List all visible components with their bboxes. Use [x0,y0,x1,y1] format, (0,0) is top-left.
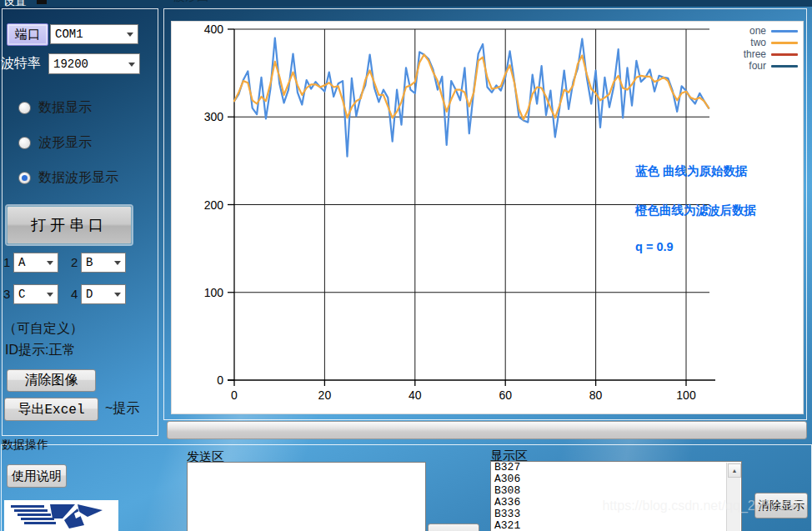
channel-number: 1 [3,255,10,269]
svg-text:100: 100 [676,388,696,402]
radio-icon [18,172,31,184]
channel-select-value: A [18,256,25,269]
clear-image-button[interactable]: 清除图像 [7,369,96,392]
legend-swatch [771,42,798,44]
channel-number: 2 [71,255,78,269]
channel-select-value: D [86,288,93,301]
chevron-down-icon [127,33,133,37]
radio-option[interactable]: 数据显示 [18,99,118,117]
list-scrollbar[interactable]: ▲ [726,463,740,531]
help-button[interactable]: 使用说明 [7,464,67,488]
legend-label: four [749,60,766,72]
svg-text:0: 0 [231,388,238,402]
legend-label: one [749,25,766,37]
export-excel-button[interactable]: 导出Excel [4,398,98,421]
dataops-group-label: 数据操作 [2,438,48,453]
svg-text:200: 200 [204,198,224,212]
port-select-value: COM1 [55,28,83,41]
list-item[interactable]: A306 [491,473,741,485]
port-select[interactable]: COM1 [50,24,138,44]
annotation-original-data: 蓝色 曲线为原始数据 [635,163,748,179]
radio-option[interactable]: 数据波形显示 [18,169,118,187]
list-item[interactable]: B327 [491,462,741,473]
channel-select-2[interactable]: B [81,253,126,273]
port-button[interactable]: 端口 [7,23,48,46]
chevron-down-icon [47,293,53,297]
baud-label: 波特率 [1,55,41,73]
radio-icon [18,102,31,114]
chart-group-label: 波形图 [173,0,208,4]
svg-text:400: 400 [204,23,224,36]
radio-label: 数据显示 [38,99,92,117]
legend-swatch [771,30,798,33]
display-mode-radio-group: 数据显示波形显示数据波形显示 [18,99,118,204]
svg-text:40: 40 [409,388,422,402]
legend-entry: four [718,60,798,72]
baud-select[interactable]: 19200 [48,53,140,74]
id-hint: ID提示:正常 [5,342,75,359]
chevron-down-icon [47,261,53,265]
chevron-down-icon [114,293,121,297]
radio-label: 数据波形显示 [38,169,118,187]
baud-select-value: 19200 [53,58,88,71]
radio-label: 波形显示 [38,134,92,152]
annotation-q-value: q = 0.9 [635,240,674,253]
company-logo [4,500,118,531]
scroll-up-icon[interactable]: ▲ [728,463,741,478]
channel-select-3[interactable]: C [13,284,58,304]
legend-swatch [771,65,798,68]
channel-select-1[interactable]: A [13,253,58,273]
legend-entry: two [718,37,798,48]
settings-group-label: 设置 [3,0,27,9]
send-area-input[interactable] [187,462,426,531]
legend-label: three [744,48,766,60]
legend-entry: one [718,25,798,37]
channel-number: 4 [71,287,78,301]
open-serial-button[interactable]: 打开串口 [7,206,132,244]
svg-text:20: 20 [318,388,332,402]
channel-select-value: C [18,288,25,301]
radio-icon [18,137,31,149]
svg-text:80: 80 [589,388,603,402]
watermark-text: https://blog.csdn.net/qq_20222919 [602,498,807,513]
tip-label: ~提示 [105,400,139,418]
chart-legend: onetwothreefour [718,25,798,72]
channel-select-value: B [86,256,93,269]
annotation-filtered-data: 橙色曲线为滤波后数据 [635,203,756,218]
channel-select-4[interactable]: D [81,284,126,304]
display-area-list[interactable]: B327A306B308A336B333A321B300 ▲ [490,461,742,531]
channel-number: 3 [3,287,10,301]
window-fragment [37,0,47,4]
chevron-down-icon [128,63,135,67]
legend-swatch [771,53,798,56]
send-button-partial[interactable] [428,523,479,531]
svg-text:0: 0 [217,373,223,387]
svg-text:300: 300 [204,110,224,123]
chevron-down-icon [114,261,121,265]
customizable-note: （可自定义） [3,320,83,338]
svg-text:60: 60 [499,388,512,402]
radio-option[interactable]: 波形显示 [18,134,118,152]
top-strip [0,0,812,7]
legend-label: two [750,37,766,48]
list-item[interactable]: A321 [491,520,741,531]
list-item[interactable]: B308 [491,485,741,497]
chart-scrollbar[interactable] [167,421,807,439]
logo-graphic [4,500,118,531]
waveform-chart: 0100200300400020406080100 onetwothreefou… [171,21,804,414]
legend-entry: three [718,48,798,60]
svg-text:100: 100 [204,286,224,299]
